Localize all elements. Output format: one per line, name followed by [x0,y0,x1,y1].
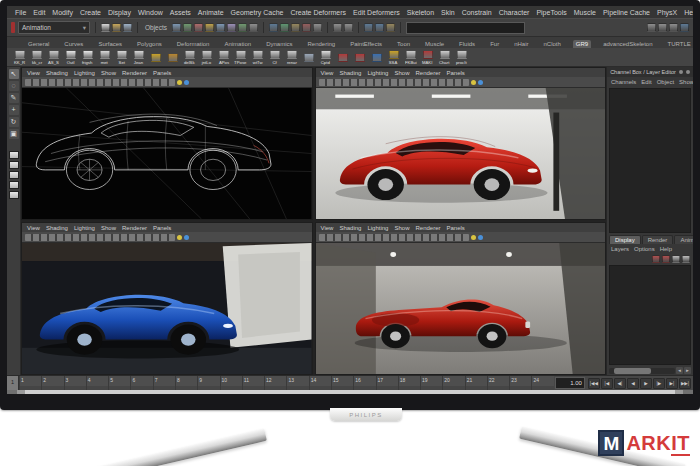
shelf-tab-ncloth[interactable]: nCloth [540,40,563,48]
command-input[interactable] [406,22,524,34]
viewport-toolbar-icons[interactable] [319,79,469,86]
vp-menu-panels[interactable]: Panels [447,70,465,76]
default-lighting-icon[interactable] [177,235,182,240]
timeline-frame-1[interactable]: 1 [19,376,41,390]
vp-menu-renderer[interactable]: Renderer [122,70,147,76]
construction-history-icon[interactable] [333,23,342,32]
shelf-tab-dynamics[interactable]: Dynamics [263,40,295,48]
viewport-toolbar-icons[interactable] [319,234,469,241]
shelf-tab-general[interactable]: General [25,40,52,48]
shelf-item-set[interactable]: Set [114,50,129,65]
shelf-item-as-s[interactable]: AS_S [46,50,61,65]
shelf-tab-animation[interactable]: Animation [221,40,254,48]
menubar-item-pipetools[interactable]: PipeTools [536,9,566,16]
shelf-item-renar[interactable]: renar [284,50,299,65]
timeline-frame-13[interactable]: 13 [286,376,308,390]
timeline-frame-15[interactable]: 15 [331,376,353,390]
channel-box-titlebar[interactable]: Channel Box / Layer Editor [607,67,693,77]
new-layer-from-selected-icon[interactable] [662,255,670,263]
snap-to-point-icon[interactable] [291,23,300,32]
menubar-item-skin[interactable]: Skin [441,9,455,16]
current-frame-field[interactable]: 1.00 [555,377,585,389]
timeline-frame-18[interactable]: 18 [398,376,420,390]
shelf-tab-advancedskeleton[interactable]: advancedSkeleton [600,40,655,48]
shelf-item-delsk[interactable]: delSk [182,50,197,65]
layer-editor-tab-anim[interactable]: Anim [674,235,693,244]
snap-to-plane-icon[interactable] [302,23,311,32]
shelf-tab-turtle[interactable]: TURTLE [665,40,693,48]
viewport-toolbar-icons[interactable] [25,234,175,241]
shelf-tab-nhair[interactable]: nHair [511,40,531,48]
shelf-item-icon[interactable] [352,53,367,62]
move-layer-down-icon[interactable] [682,255,690,263]
no-history-icon[interactable] [344,23,353,32]
two-pane-stacked-layout[interactable] [9,181,19,189]
timeline-frame-7[interactable]: 7 [153,376,175,390]
timeline-frame-23[interactable]: 23 [509,376,531,390]
vp-menu-shading[interactable]: Shading [339,225,361,231]
select-hierarchy-icon[interactable] [172,23,181,32]
vp-menu-renderer[interactable]: Renderer [415,225,440,231]
play-forwards-button[interactable]: ▶ [640,378,652,389]
shelf-item-jntlo[interactable]: jntLo [199,50,214,65]
outliner-persp-layout[interactable] [9,191,19,199]
select-object-icon[interactable] [183,23,192,32]
scale-tool[interactable]: ▣ [9,129,19,139]
textured-mode-icon[interactable] [184,80,189,85]
timeline-ruler[interactable]: 123456789101112131415161718192021222324 [19,376,554,390]
shelf-item-met[interactable]: met [97,50,112,65]
vp-menu-panels[interactable]: Panels [153,70,171,76]
shelf-tab-painteffects[interactable]: PaintEffects [347,40,385,48]
menubar-item-create[interactable]: Create [80,9,101,16]
timeline-frame-20[interactable]: 20 [442,376,464,390]
vp-menu-view[interactable]: View [321,70,334,76]
scrollbar-thumb[interactable] [614,368,650,374]
vp-menu-view[interactable]: View [27,225,40,231]
viewport-toolbar-icons[interactable] [25,79,175,86]
vp-menu-renderer[interactable]: Renderer [122,225,147,231]
menu-set-selector[interactable]: Animation ▾ [18,21,90,34]
paint-select-tool[interactable]: ✎ [9,93,19,103]
textured-mode-icon[interactable] [478,235,483,240]
panel-close-icon[interactable] [686,70,690,74]
timeline-frame-9[interactable]: 9 [197,376,219,390]
status-collapse-icon[interactable] [11,22,15,33]
channel-box-menu-channels[interactable]: Channels [611,79,636,85]
vp-menu-show[interactable]: Show [101,70,116,76]
channel-box-empty-area[interactable] [609,88,691,233]
panel-dock-icon[interactable] [679,70,683,74]
viewport-scene-blue-car[interactable] [22,243,312,374]
vp-menu-view[interactable]: View [27,70,40,76]
timeline-frame-14[interactable]: 14 [309,376,331,390]
shelf-tab-rendering[interactable]: Rendering [304,40,338,48]
vp-menu-show[interactable]: Show [101,225,116,231]
shelf-item-jean[interactable]: Jean [131,50,146,65]
menubar-item-character[interactable]: Character [499,9,530,16]
menubar-item-modify[interactable]: Modify [52,9,73,16]
shelf-item-procit[interactable]: procIt [454,50,469,65]
default-lighting-icon[interactable] [471,235,476,240]
viewport-scene-wireframe[interactable] [22,88,312,219]
timeline-frame-19[interactable]: 19 [420,376,442,390]
range-end-handle[interactable] [675,390,683,394]
shelf-item-chart[interactable]: Chart [437,50,452,65]
rotate-tool[interactable]: ↻ [9,117,19,127]
open-scene-icon[interactable] [112,23,121,32]
make-live-icon[interactable] [313,23,322,32]
menubar-item-assets[interactable]: Assets [170,9,191,16]
go-to-end-button[interactable]: ▶▶| [679,378,691,389]
timeline-frame-2[interactable]: 2 [41,376,63,390]
shelf-item-frigsh[interactable]: frigsh [80,50,95,65]
render-settings-icon[interactable] [386,23,395,32]
snap-to-grid-icon[interactable] [269,23,278,32]
range-start-handle[interactable] [17,390,25,394]
vp-menu-show[interactable]: Show [394,70,409,76]
four-pane-layout[interactable] [9,161,19,169]
timeline-frame-12[interactable]: 12 [264,376,286,390]
shelf-item-icon[interactable] [148,53,163,62]
vp-menu-lighting[interactable]: Lighting [367,70,388,76]
shelf-item-tpose[interactable]: TPose [233,50,248,65]
menubar-item-geometry-cache[interactable]: Geometry Cache [231,9,284,16]
shelf-item-icon[interactable] [165,53,180,62]
layer-editor-tab-render[interactable]: Render [642,235,674,244]
